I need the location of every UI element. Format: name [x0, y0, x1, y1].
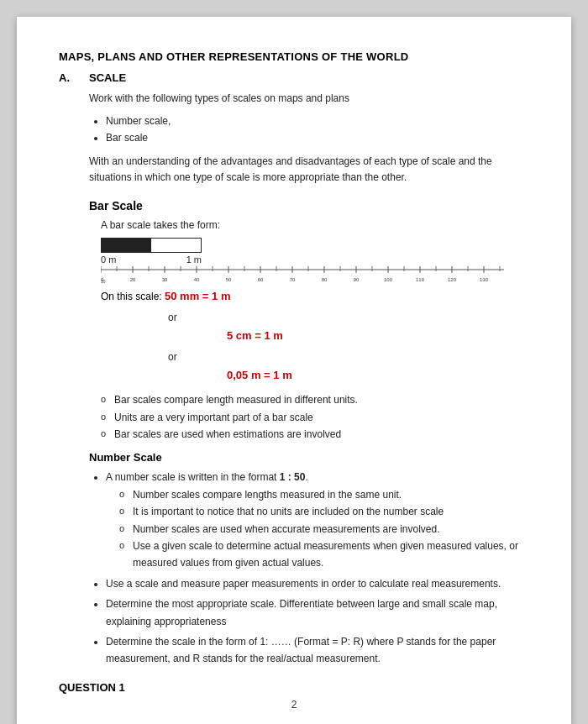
sub-list-item: Number scales are used when accurate mea…	[119, 521, 529, 538]
list-item: Units are a very important part of a bar…	[101, 409, 529, 426]
sub-circle-list-1: Number scales compare lengths measured i…	[119, 486, 529, 572]
svg-text:130: 130	[480, 277, 489, 282]
bar-scale-title: Bar Scale	[89, 199, 529, 212]
description-text: With an understanding of the advantages …	[89, 154, 529, 186]
bar-labels: 0 m 1 m	[101, 254, 202, 265]
list-item: Bar scales are used when estimations are…	[101, 426, 529, 443]
format-bold: 1 : 50	[280, 471, 306, 483]
sub-list-item: Use a given scale to determine actual me…	[119, 538, 529, 572]
main-title: MAPS, PLANS AND OTHER REPRESENTATIONS OF…	[59, 50, 529, 63]
scale-equation-2: 5 cm = 1 m	[160, 326, 529, 346]
question-title: QUESTION 1	[59, 681, 529, 694]
sub-list-item: Number scales compare lengths measured i…	[119, 486, 529, 503]
svg-text:120: 120	[448, 277, 457, 282]
svg-text:90: 90	[354, 277, 360, 282]
section-header: A. SCALE	[59, 71, 529, 84]
list-item-1-text: A number scale is written in the format …	[106, 471, 308, 483]
svg-text:20: 20	[130, 277, 136, 282]
list-item-4: Determine the scale in the form of 1: ………	[106, 633, 529, 668]
bar-label-1: 1 m	[186, 254, 202, 265]
bar-label-0: 0 m	[101, 254, 116, 265]
number-scale-title: Number Scale	[89, 451, 529, 464]
sub-list-item: It is important to notice that no units …	[119, 503, 529, 520]
or-text-1: or	[168, 310, 529, 326]
number-scale-list: A number scale is written in the format …	[106, 469, 529, 667]
page-number: 2	[17, 699, 571, 711]
svg-text:30: 30	[162, 277, 168, 282]
bar-black-segment	[101, 238, 151, 253]
scale-equation-3: 0,05 m = 1 m	[160, 365, 529, 386]
svg-text:110: 110	[416, 277, 425, 282]
list-item: Bar scale	[106, 129, 529, 146]
equation-intro: On this scale:	[101, 291, 165, 302]
bar-scale-description: A bar scale takes the form:	[101, 219, 529, 231]
list-item-3: Determine the most appropriate scale. Di…	[106, 595, 529, 630]
section-title: SCALE	[89, 71, 126, 84]
list-item-1: A number scale is written in the format …	[106, 469, 529, 571]
scale-equation: On this scale: 50 mm = 1 m	[101, 286, 529, 307]
bar-scale-visual: 0 m 1 m // Draw ticks inline via SVG ele…	[101, 238, 529, 283]
bar-white-segment	[151, 238, 202, 253]
equation-3: 0,05 m = 1 m	[227, 369, 292, 381]
intro-text: Work with the following types of scales …	[89, 91, 529, 106]
bar-scale-circle-list: Bar scales compare length measured in di…	[101, 391, 529, 443]
svg-text:40: 40	[194, 277, 200, 282]
page-container: MAPS, PLANS AND OTHER REPRESENTATIONS OF…	[17, 17, 571, 724]
equation-2: 5 cm = 1 m	[227, 329, 283, 342]
ruler-container: // Draw ticks inline via SVG elements be…	[101, 266, 504, 283]
list-item-2: Use a scale and measure paper measuremen…	[106, 575, 529, 592]
section-letter: A.	[59, 71, 76, 84]
list-item: Number scale,	[106, 113, 529, 129]
or-text-2: or	[168, 349, 529, 365]
bar-scale-box	[101, 238, 529, 253]
equation-1: 50 mm = 1 m	[165, 290, 230, 302]
scale-types-list: Number scale, Bar scale	[106, 113, 529, 147]
svg-text:80: 80	[322, 277, 328, 282]
ruler-svg: // Draw ticks inline via SVG elements be…	[101, 266, 504, 283]
list-item: Bar scales compare length measured in di…	[101, 391, 529, 408]
svg-text:60: 60	[258, 277, 264, 282]
svg-text:50: 50	[226, 277, 232, 282]
svg-text:10: 10	[101, 279, 106, 283]
svg-text:70: 70	[290, 277, 296, 282]
number-scale-section: Number Scale A number scale is written i…	[89, 451, 529, 667]
svg-text:100: 100	[384, 277, 393, 282]
